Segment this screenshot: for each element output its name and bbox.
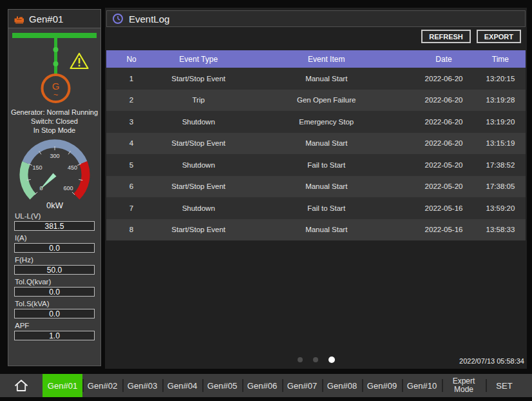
- field-reactive-power-label: Tol.Q(kvar): [15, 278, 95, 286]
- cell-type: Start/Stop Event: [157, 182, 240, 190]
- cell-time: 13:19:20: [475, 118, 526, 126]
- header-type: Event Type: [157, 55, 240, 64]
- cell-item: Manual Start: [240, 226, 412, 233]
- cell-time: 13:20:15: [475, 75, 526, 83]
- status-line-generator: Generator: Normal Running: [11, 108, 98, 117]
- table-row[interactable]: 4 Start/Stop Event Manual Start 2022-06-…: [106, 133, 526, 155]
- breaker-node-bottom: [53, 61, 59, 66]
- eventlog-title: EventLog: [129, 14, 169, 24]
- field-current: I(A) 0.0: [14, 234, 95, 253]
- power-gauge: 0 150 300 450 600 0kW: [10, 136, 100, 211]
- field-reactive-power: Tol.Q(kvar) 0.0: [14, 278, 95, 297]
- field-current-label: I(A): [15, 234, 95, 242]
- header-item: Event Item: [240, 55, 412, 64]
- status-block: Generator: Normal Running Switch: Closed…: [11, 108, 98, 135]
- home-icon: [14, 378, 29, 393]
- single-line-diagram: G ~: [9, 30, 100, 106]
- header-no: No: [106, 55, 157, 64]
- eventlog-region: EventLog REFRESH EXPORT No Event Type Ev…: [105, 8, 527, 369]
- table-row[interactable]: 8 Start/Stop Event Manual Start 2022-05-…: [106, 219, 526, 241]
- field-reactive-power-value: 0.0: [14, 287, 95, 297]
- field-frequency: F(Hz) 50.0: [14, 256, 95, 275]
- generator-panel-title: Gen#01: [29, 14, 63, 24]
- tab-gen09[interactable]: Gen#09: [362, 374, 402, 397]
- cell-date: 2022-06-20: [412, 75, 475, 83]
- generator-panel: Gen#01 G ~ Generator: Normal Running Swi…: [8, 9, 101, 366]
- cell-time: 13:15:19: [475, 139, 526, 147]
- table-row[interactable]: 7 Shutdown Fail to Start 2022-05-16 13:5…: [106, 197, 526, 219]
- table-row[interactable]: 2 Trip Gen Open Failure 2022-06-20 13:19…: [106, 90, 526, 112]
- generator-panel-body: G ~ Generator: Normal Running Switch: Cl…: [8, 28, 101, 366]
- gauge-value-label: 0kW: [46, 200, 64, 210]
- clock-icon: [112, 13, 124, 24]
- header-date: Date: [412, 55, 475, 64]
- cell-type: Start/Stop Event: [157, 75, 240, 83]
- page-dot-1[interactable]: [298, 357, 303, 362]
- warning-icon: [71, 54, 88, 68]
- status-line-switch: Switch: Closed: [11, 117, 98, 126]
- tab-gen05[interactable]: Gen#05: [202, 374, 242, 397]
- cell-no: 4: [106, 139, 157, 147]
- table-row[interactable]: 5 Shutdown Fail to Start 2022-05-20 17:3…: [106, 154, 526, 176]
- generator-icon: [14, 14, 24, 24]
- table-row[interactable]: 1 Start/Stop Event Manual Start 2022-06-…: [106, 68, 526, 90]
- page-dot-3-active[interactable]: [328, 357, 335, 363]
- tab-gen02[interactable]: Gen#02: [82, 374, 122, 397]
- cell-no: 3: [106, 118, 157, 126]
- tab-gen08[interactable]: Gen#08: [322, 374, 362, 397]
- cell-item: Emergency Stop: [240, 118, 412, 126]
- hmi-screen: { "left_panel": { "title": "Gen#01", "di…: [0, 0, 532, 401]
- tab-gen04[interactable]: Gen#04: [162, 374, 202, 397]
- refresh-button[interactable]: REFRESH: [421, 30, 471, 43]
- cell-time: 17:38:05: [475, 182, 526, 190]
- cell-no: 2: [106, 96, 157, 104]
- tab-set[interactable]: SET: [486, 374, 523, 397]
- svg-text:450: 450: [67, 164, 77, 171]
- tab-gen07[interactable]: Gen#07: [282, 374, 322, 397]
- page-dot-2[interactable]: [313, 357, 318, 362]
- cell-item: Manual Start: [240, 75, 412, 83]
- cell-time: 13:58:33: [475, 226, 526, 233]
- cell-type: Trip: [157, 96, 240, 104]
- cell-date: 2022-05-16: [412, 204, 475, 212]
- home-button[interactable]: [0, 374, 43, 397]
- cell-item: Gen Open Failure: [240, 96, 412, 104]
- measurement-fields: UL-L(V) 381.5 I(A) 0.0 F(Hz) 50.0 Tol.Q(…: [8, 211, 100, 344]
- field-voltage: UL-L(V) 381.5: [14, 212, 95, 231]
- cell-no: 7: [106, 204, 157, 212]
- svg-text:300: 300: [50, 153, 59, 159]
- eventlog-titlebar: EventLog: [106, 10, 526, 27]
- field-current-value: 0.0: [14, 243, 95, 253]
- generator-panel-header: Gen#01: [8, 9, 101, 28]
- tab-gen01[interactable]: Gen#01: [43, 374, 82, 397]
- cell-type: Shutdown: [157, 161, 240, 169]
- field-apparent-power-value: 0.0: [14, 309, 95, 318]
- gauge-needle: [39, 173, 57, 191]
- cell-type: Start/Stop Event: [157, 226, 240, 233]
- system-datetime: 2022/07/13 05:58:34: [459, 357, 524, 365]
- header-time: Time: [475, 55, 526, 64]
- tab-gen10[interactable]: Gen#10: [402, 374, 442, 397]
- table-row[interactable]: 6 Start/Stop Event Manual Start 2022-05-…: [106, 176, 526, 198]
- cell-date: 2022-05-20: [412, 182, 475, 190]
- bus-bar: [12, 33, 97, 38]
- status-line-mode: In Stop Mode: [11, 126, 98, 135]
- event-table: No Event Type Event Item Date Time 1 Sta…: [106, 50, 526, 240]
- tab-gen06[interactable]: Gen#06: [242, 374, 282, 397]
- gauge-tick-labels: 0 150 300 450 600: [32, 153, 77, 191]
- cell-date: 2022-05-16: [412, 226, 475, 233]
- cell-time: 13:59:20: [475, 204, 526, 212]
- cell-item: Manual Start: [240, 182, 412, 190]
- field-power-factor-label: APF: [15, 322, 95, 329]
- table-row[interactable]: 3 Shutdown Emergency Stop 2022-06-20 13:…: [106, 111, 526, 133]
- cell-type: Shutdown: [157, 204, 240, 212]
- cell-type: Shutdown: [157, 118, 240, 126]
- generator-wave: ~: [53, 90, 59, 99]
- field-apparent-power-label: Tol.S(kVA): [15, 300, 95, 308]
- cell-type: Start/Stop Event: [157, 139, 240, 147]
- field-voltage-value: 381.5: [14, 221, 95, 231]
- tab-expert-mode[interactable]: Expert Mode: [442, 374, 486, 397]
- export-button[interactable]: EXPORT: [477, 30, 521, 43]
- tab-gen03[interactable]: Gen#03: [122, 374, 162, 397]
- field-frequency-label: F(Hz): [15, 256, 95, 264]
